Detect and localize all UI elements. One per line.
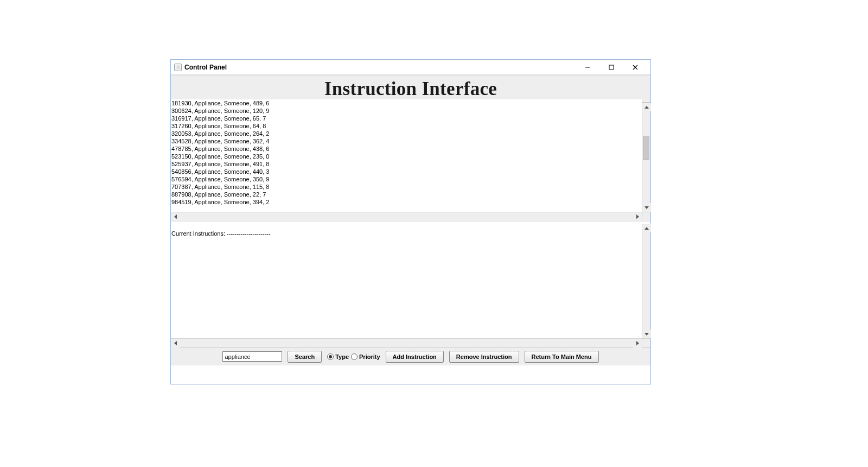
window-title: Control Panel [184, 64, 227, 71]
maximize-button[interactable] [599, 60, 623, 75]
close-button[interactable] [623, 60, 647, 75]
scrollbar-corner [642, 212, 650, 220]
scroll-left-button[interactable] [171, 339, 180, 348]
close-icon [633, 65, 638, 70]
chevron-right-icon [636, 214, 639, 219]
minimize-button[interactable] [576, 60, 599, 75]
results-horizontal-scrollbar[interactable] [171, 212, 642, 220]
instructions-horizontal-scrollbar[interactable] [171, 338, 642, 347]
radio-priority[interactable]: Priority [351, 354, 380, 360]
radio-priority-label: Priority [359, 354, 380, 360]
toolbar: Search Type Priority Add Instruction Rem… [171, 347, 650, 365]
scrollbar-track[interactable] [180, 339, 633, 347]
search-input[interactable] [222, 351, 282, 362]
add-instruction-button[interactable]: Add Instruction [386, 351, 444, 363]
window-frame: ♨ Control Panel Instruction Interface 18… [170, 59, 651, 384]
radio-type[interactable]: Type [327, 354, 349, 360]
radio-icon [327, 354, 334, 360]
chevron-right-icon [636, 341, 639, 345]
maximize-icon [609, 65, 614, 70]
chevron-left-icon [174, 214, 177, 219]
scroll-left-button[interactable] [171, 212, 180, 221]
scrollbar-track[interactable] [642, 111, 650, 203]
radio-type-label: Type [335, 354, 349, 360]
search-mode-radio-group: Type Priority [327, 354, 380, 360]
scrollbar-track[interactable] [180, 212, 633, 220]
chevron-up-icon [644, 227, 649, 230]
scroll-down-button[interactable] [642, 203, 651, 212]
results-vertical-scrollbar[interactable] [642, 103, 650, 212]
titlebar[interactable]: ♨ Control Panel [171, 60, 650, 75]
remove-instruction-button[interactable]: Remove Instruction [449, 351, 519, 363]
minimize-icon [585, 65, 590, 70]
chevron-down-icon [644, 333, 649, 336]
scrollbar-track[interactable] [642, 232, 650, 330]
scroll-up-button[interactable] [642, 224, 651, 232]
page-title: Instruction Interface [324, 78, 497, 100]
chevron-left-icon [174, 341, 177, 345]
header-banner: Instruction Interface [171, 75, 650, 103]
chevron-down-icon [644, 206, 649, 209]
radio-icon [351, 354, 358, 360]
return-main-menu-button[interactable]: Return To Main Menu [525, 351, 599, 363]
scroll-right-button[interactable] [633, 212, 642, 221]
scrollbar-corner [642, 338, 650, 347]
results-text[interactable]: 181930, Appliance, Someone, 489, 6 30062… [171, 99, 642, 209]
scroll-up-button[interactable] [642, 103, 651, 111]
instructions-pane: Current Instructions: ------------------… [171, 220, 650, 347]
instructions-text[interactable]: Current Instructions: ------------------… [171, 222, 642, 338]
scroll-down-button[interactable] [642, 330, 651, 338]
results-pane: 181930, Appliance, Someone, 489, 6 30062… [171, 103, 650, 220]
chevron-up-icon [644, 106, 649, 109]
java-icon: ♨ [174, 64, 182, 71]
scrollbar-thumb[interactable] [643, 136, 649, 160]
instructions-vertical-scrollbar[interactable] [642, 224, 650, 338]
search-button[interactable]: Search [288, 351, 322, 363]
svg-rect-1 [609, 65, 614, 70]
scroll-right-button[interactable] [633, 339, 642, 348]
